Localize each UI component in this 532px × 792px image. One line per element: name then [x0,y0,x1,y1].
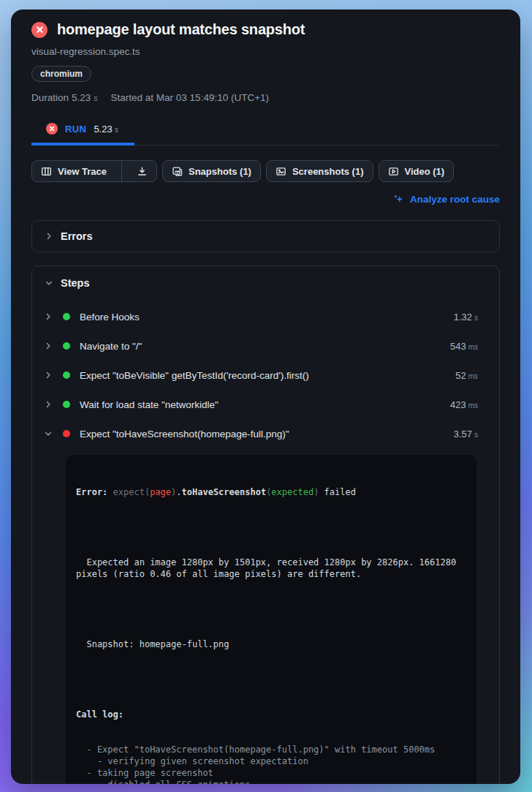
chevron-right-icon [44,371,53,380]
button-divider [121,161,122,181]
step-duration: 423ms [450,399,478,410]
step-row-expect-visible[interactable]: Expect "toBeVisible" getByTestId('record… [32,361,499,390]
video-label: Video (1) [405,166,445,177]
spec-file-name: visual-regression.spec.ts [31,46,500,57]
screenshots-button[interactable]: Screenshots (1) [266,160,373,182]
tab-failed-status-icon [46,123,58,135]
call-log-label: Call log: [76,709,466,720]
step-label: Navigate to "/" [80,341,142,352]
view-trace-label: View Trace [58,166,107,177]
step-row-before-hooks[interactable]: Before Hooks 1.32s [32,302,499,331]
chevron-right-icon [44,400,53,409]
step-row-expect-screenshot[interactable]: Expect "toHaveScreenshot(homepage-full.p… [32,419,499,448]
analyze-root-cause-label: Analyze root cause [410,194,500,205]
step-passed-icon [63,313,70,320]
error-summary-line: Error: expect(page).toHaveScreenshot(exp… [76,486,466,498]
errors-section-title: Errors [61,230,93,242]
step-passed-icon [63,372,70,379]
steps-section-title: Steps [61,277,90,289]
tab-bar: RUN 5.23s [31,112,500,146]
analyze-root-cause-link[interactable]: Analyze root cause [392,193,500,205]
page-title: homepage layout matches snapshot [57,21,305,38]
download-icon [137,166,148,177]
step-passed-icon [63,342,70,350]
snapshots-label: Snapshots (1) [189,166,251,177]
step-label: Expect "toBeVisible" getByTestId('record… [80,370,309,381]
chevron-down-icon [45,279,53,287]
chevron-right-icon [45,232,53,241]
call-log-line: - disabled all CSS animations [76,779,466,784]
view-trace-button[interactable]: View Trace [32,161,115,181]
step-label: Before Hooks [80,312,140,323]
tab-run-time: 5.23s [94,124,118,135]
step-passed-icon [63,401,70,408]
video-icon [388,166,399,177]
step-duration: 3.57s [454,429,478,440]
steps-section-header[interactable]: Steps [32,266,499,293]
header: homepage layout matches snapshot [31,10,500,38]
call-log-lines: - Expect "toHaveScreenshot(homepage-full… [76,744,466,784]
duration: Duration 5.23s [31,92,98,103]
test-result-card: homepage layout matches snapshot visual-… [11,10,520,784]
error-message: Expected an image 1280px by 1501px, rece… [76,557,466,580]
step-label: Expect "toHaveScreenshot(homepage-full.p… [80,429,289,440]
trace-icon [41,166,52,177]
video-button[interactable]: Video (1) [379,160,455,182]
step-row-navigate[interactable]: Navigate to "/" 543ms [32,331,499,361]
call-log-line: - Expect "toHaveScreenshot(homepage-full… [76,744,466,755]
error-log: Error: expect(page).toHaveScreenshot(exp… [66,455,476,784]
steps-section: Steps Before Hooks 1.32s Navigate to "/"… [31,265,500,784]
download-trace-button[interactable] [128,161,156,181]
attachments-toolbar: View Trace Snapshots (1) Screenshots (1)… [31,160,500,182]
call-log-line: - verifying given screenshot expectation [76,755,466,767]
snapshot-name: Snapshot: homepage-full.png [76,638,466,650]
view-trace-button-group: View Trace [31,160,157,182]
sparkles-icon [392,193,404,205]
tab-run-label: RUN [65,124,86,135]
step-failed-icon [63,430,70,437]
snapshots-icon [172,166,183,177]
screenshots-icon [276,166,286,177]
call-log-line: - taking page screenshot [76,767,466,779]
step-duration: 52ms [455,370,478,381]
step-duration: 543ms [450,341,478,352]
snapshots-button[interactable]: Snapshots (1) [162,160,261,182]
test-meta: Duration 5.23s Started at Mar 03 15:49:1… [31,92,500,103]
step-duration: 1.32s [454,312,478,323]
chevron-right-icon [44,342,53,350]
chevron-right-icon [44,312,53,321]
project-badge: chromium [31,66,91,82]
started-at: Started at Mar 03 15:49:10 (UTC+1) [111,92,269,103]
step-row-wait-load-state[interactable]: Wait for load state "networkidle" 423ms [32,390,499,419]
step-label: Wait for load state "networkidle" [80,399,218,410]
screenshots-label: Screenshots (1) [292,166,364,177]
failed-status-icon [31,22,48,38]
tab-run[interactable]: RUN 5.23s [31,123,134,146]
chevron-down-icon [44,429,53,438]
errors-section-header[interactable]: Errors [31,220,500,252]
